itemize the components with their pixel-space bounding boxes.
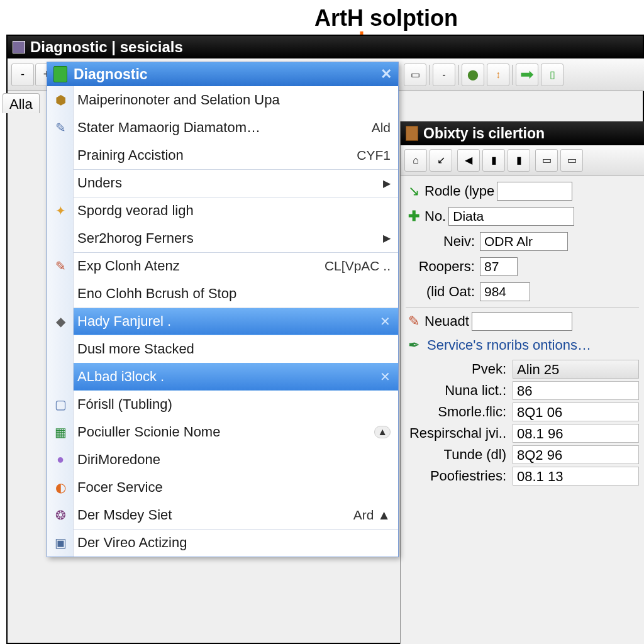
menu-item[interactable]: ✎Exp Clonh AtenzCL[VpAC .. [74, 252, 398, 280]
right-panel: Obixty is cilertion ⌂ ↙ ◀ ▮ ▮ ▭ ▭ ↘ Rodl… [400, 121, 644, 644]
menu-item-label: Spordg veorad ligh [74, 203, 391, 219]
service-icon[interactable]: ✒ [406, 337, 422, 353]
roopers-input[interactable] [480, 257, 518, 276]
menu-title: Diagnostic [74, 66, 148, 83]
rp-tool-button[interactable]: ▮ [482, 149, 505, 172]
toolbar-button[interactable]: - [11, 64, 34, 86]
grid-value[interactable]: 8Q2 96 [513, 445, 639, 464]
grid-label: Nuna lict.: [406, 382, 506, 399]
neuadt-input[interactable] [472, 312, 572, 331]
menu-item[interactable]: Ser2horog Ferners▶ [74, 225, 398, 252]
menu-item[interactable]: Dusl more Stacked [74, 335, 398, 363]
rodle-label: Rodle (lype [425, 183, 494, 199]
rp-tool-button[interactable]: ▭ [560, 149, 583, 172]
menu-shortcut: CYF1 [352, 148, 391, 163]
rp-tool-button[interactable]: ▭ [535, 149, 558, 172]
phone-icon: ↘ [406, 183, 422, 199]
menu-item[interactable]: ◆Hady Fanjurel .✕ [74, 308, 398, 335]
main-toolbar-right: ▭ - ⬤ ↕ ➡ ▯ [400, 58, 644, 91]
blank-icon [47, 170, 74, 196]
rp-tool-button[interactable]: ↙ [430, 149, 452, 172]
menu-item[interactable]: Prainirg AccistionCYF1 [74, 142, 398, 169]
toolbar-button[interactable]: ▯ [541, 64, 564, 86]
toolbar-separator [458, 65, 459, 85]
menu-item-label: Unders [74, 175, 383, 191]
app-icon [13, 41, 25, 53]
blank-icon [47, 225, 74, 252]
menu-item-label: Eno Clohh Bcrush of Stop [74, 286, 391, 302]
grid-value[interactable]: 08.1 96 [513, 424, 639, 443]
grid-value[interactable]: 08.1 13 [513, 467, 639, 486]
menu-item[interactable]: ALbad i3lock .✕ [74, 363, 398, 391]
menu-item[interactable]: ✎Stater Mamaorig Diamatom…Ald [74, 114, 398, 142]
menu-item[interactable]: ▣Der Vireo Actizing [74, 529, 398, 557]
menu-item-label: Hady Fanjurel . [74, 313, 380, 330]
menu-shortcut: Ald [367, 120, 391, 135]
menu-item[interactable]: ▢Fórisll (Tubling) [74, 391, 398, 418]
toolbar-button[interactable]: ↕ [487, 64, 509, 86]
grid-row: Pvek:Alin 25 [406, 360, 639, 379]
menu-item[interactable]: ◐Focer Service [74, 474, 398, 501]
rp-tool-button[interactable]: ▮ [508, 149, 530, 172]
left-tab[interactable]: Alla [3, 93, 40, 113]
rodle-input[interactable] [497, 182, 572, 201]
diagnostic-icon [53, 66, 67, 82]
ildoat-label: (lid Oat: [406, 284, 475, 300]
menu-item[interactable]: ❂Der Msdey SietArd ▲ [74, 501, 398, 529]
blank-icon [47, 363, 74, 390]
separator [406, 308, 639, 308]
ball-icon: ● [47, 446, 74, 473]
blank-icon [47, 335, 74, 362]
edit-icon[interactable]: ✎ [406, 313, 422, 330]
no-input[interactable] [448, 207, 574, 226]
close-icon[interactable]: ✕ [380, 66, 392, 82]
close-icon[interactable]: ✕ [380, 314, 391, 329]
grid-label: Poofiestries: [406, 468, 506, 484]
roopers-label: Roopers: [406, 258, 475, 275]
menu-item-label: ALbad i3lock . [74, 369, 380, 385]
wand-icon: ✎ [47, 114, 74, 141]
menu-item[interactable]: ▦Pociuller Scionie Nome▲ [74, 418, 398, 446]
grid-value[interactable]: 86 [513, 381, 639, 400]
menu-item-label: Stater Mamaorig Diamatom… [74, 119, 367, 136]
no-label: No. [425, 208, 446, 225]
neiv-input[interactable] [480, 232, 568, 251]
grid-value[interactable]: Alin 25 [513, 360, 639, 379]
menu-list: ⬢Maiperinonoter and Selation Upa✎Stater … [74, 86, 398, 557]
menu-item[interactable]: ✦Spordg veorad ligh [74, 197, 398, 225]
right-panel-title-bar: Obixty is cilertion [401, 121, 644, 145]
menu-item[interactable]: Unders▶ [74, 169, 398, 197]
collapse-arrow-icon: ▲ [374, 426, 391, 438]
palette-icon: ❂ [47, 501, 74, 528]
rp-tool-button[interactable]: ◀ [457, 149, 480, 172]
toolbar-button[interactable]: ▭ [404, 64, 426, 86]
menu-item[interactable]: ●DiriMoredone [74, 446, 398, 474]
grid-label: Smorle.flic: [406, 404, 506, 420]
menu-item-label: Pociuller Scionie Nome [74, 424, 374, 440]
map-icon: ▦ [47, 418, 74, 445]
grid-value[interactable]: 8Q1 06 [513, 402, 639, 421]
toolbar-button[interactable]: ⬤ [462, 64, 484, 86]
grid-label: Tunde (dl) [406, 447, 506, 463]
rp-tool-button[interactable]: ⌂ [404, 149, 427, 172]
toolbar-arrow-button[interactable]: ➡ [516, 64, 538, 86]
shield-icon: ⬢ [47, 86, 74, 113]
plus-icon[interactable]: ✚ [406, 208, 422, 225]
menu-shortcut: CL[VpAC .. [319, 258, 391, 274]
ildoat-input[interactable] [480, 282, 530, 301]
menu-item-label: Maiperinonoter and Selation Upa [74, 92, 391, 108]
diamond-icon: ◆ [47, 308, 74, 335]
grid-row: Smorle.flic:8Q1 06 [406, 402, 639, 421]
firefox-icon: ◐ [47, 474, 74, 501]
right-panel-toolbar: ⌂ ↙ ◀ ▮ ▮ ▭ ▭ [401, 145, 644, 175]
close-icon[interactable]: ✕ [380, 369, 391, 384]
window-title: Diagnostic | sesicials [30, 38, 183, 56]
menu-item[interactable]: Eno Clohh Bcrush of Stop [74, 280, 398, 308]
toolbar-button[interactable]: - [433, 64, 455, 86]
menu-item-label: Prainirg Accistion [74, 147, 352, 164]
service-options-link[interactable]: Service's rnoribs ontions… [427, 337, 591, 353]
menu-item-label: DiriMoredone [74, 452, 391, 468]
menu-item[interactable]: ⬢Maiperinonoter and Selation Upa [74, 86, 398, 114]
diagnostic-menu: Diagnostic ✕ ⬢Maiperinonoter and Selatio… [47, 62, 399, 557]
menu-shortcut: Ard ▲ [348, 508, 391, 523]
